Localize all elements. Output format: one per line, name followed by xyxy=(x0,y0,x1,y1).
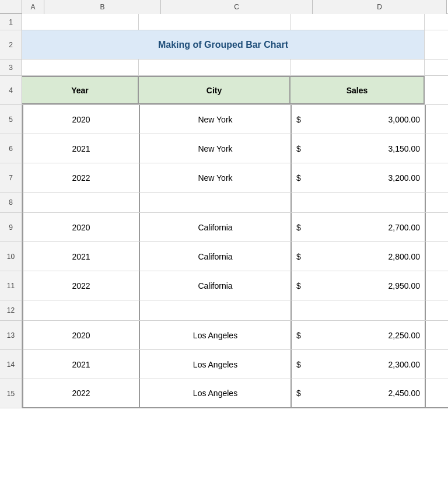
cell-6-city: New York xyxy=(140,134,292,163)
amount-14: 2,300.00 xyxy=(310,360,420,369)
cell-14-year: 2021 xyxy=(23,350,140,379)
cell-11-sales: $ 2,950.00 xyxy=(292,271,426,300)
row-num-9: 9 xyxy=(0,213,22,242)
arrow-1: → xyxy=(0,196,1,209)
dollar-15: $ xyxy=(296,388,306,398)
cell-8-c xyxy=(140,192,292,212)
row-12-empty xyxy=(22,300,448,321)
arrow-2: → xyxy=(0,304,1,317)
row-num-10: 10 xyxy=(0,242,22,271)
cell-5-sales: $ 3,000.00 xyxy=(292,105,426,134)
row-1 xyxy=(22,14,448,30)
row-7: 2022 New York $ 3,200.00 xyxy=(22,163,448,192)
cell-15-sales: $ 2,450.00 xyxy=(292,379,426,407)
cell-7-city: New York xyxy=(140,163,292,192)
cell-7-sales: $ 3,200.00 xyxy=(292,163,426,192)
row-num-15: 15 xyxy=(0,379,22,408)
header-sales: Sales xyxy=(290,76,425,104)
column-headers: A B C D xyxy=(0,0,448,14)
dollar-13: $ xyxy=(296,331,306,340)
col-header-d: D xyxy=(313,0,447,14)
cell-8-b xyxy=(23,192,140,212)
row-9: 2020 California $ 2,700.00 xyxy=(22,213,448,242)
cell-12-c xyxy=(140,300,292,320)
cell-3-d xyxy=(290,60,425,75)
dollar-10: $ xyxy=(296,252,306,261)
col-header-b: B xyxy=(44,0,161,14)
cell-11-city: California xyxy=(140,271,292,300)
cell-9-year: 2020 xyxy=(23,213,140,242)
cell-3-b xyxy=(22,60,139,75)
cell-9-sales: $ 2,700.00 xyxy=(292,213,426,242)
row-num-3: 3 xyxy=(0,60,22,76)
col-header-a: A xyxy=(22,0,44,14)
grid: 1 2 3 4 5 6 7 8 → 9 10 11 12 → 13 14 15 xyxy=(0,14,448,408)
dollar-14: $ xyxy=(296,360,306,369)
row-num-13: 13 xyxy=(0,321,22,350)
cell-14-city: Los Angeles xyxy=(140,350,292,379)
amount-9: 2,700.00 xyxy=(310,223,420,232)
row-4-headers: Year City Sales xyxy=(22,76,448,105)
cell-11-year: 2022 xyxy=(23,271,140,300)
spreadsheet: A B C D 1 2 3 4 5 6 7 8 → 9 10 11 12 → 1… xyxy=(0,0,448,483)
dollar-9: $ xyxy=(296,223,306,232)
cell-5-year: 2020 xyxy=(23,105,140,134)
cell-6-year: 2021 xyxy=(23,134,140,163)
row-3 xyxy=(22,60,448,76)
row-num-11: 11 xyxy=(0,271,22,300)
amount-13: 2,250.00 xyxy=(310,331,420,340)
cell-1-d xyxy=(290,14,425,30)
amount-11: 2,950.00 xyxy=(310,281,420,290)
dollar-6: $ xyxy=(296,144,306,153)
cell-12-b xyxy=(23,300,140,320)
row-8-empty xyxy=(22,192,448,213)
row-num-5: 5 xyxy=(0,105,22,134)
amount-7: 3,200.00 xyxy=(310,173,420,183)
title-cell: Making of Grouped Bar Chart xyxy=(22,30,425,59)
dollar-5: $ xyxy=(296,115,306,124)
header-year: Year xyxy=(22,76,139,104)
cell-15-city: Los Angeles xyxy=(140,379,292,407)
row-num-14: 14 xyxy=(0,350,22,379)
cell-13-city: Los Angeles xyxy=(140,321,292,349)
row-14: 2021 Los Angeles $ 2,300.00 xyxy=(22,350,448,379)
cell-13-sales: $ 2,250.00 xyxy=(292,321,426,349)
cell-13-year: 2020 xyxy=(23,321,140,349)
row-numbers: 1 2 3 4 5 6 7 8 → 9 10 11 12 → 13 14 15 xyxy=(0,14,22,408)
row-15: 2022 Los Angeles $ 2,450.00 xyxy=(22,379,448,408)
col-header-c: C xyxy=(161,0,313,14)
cell-15-year: 2022 xyxy=(23,379,140,407)
amount-5: 3,000.00 xyxy=(310,115,420,124)
amount-15: 2,450.00 xyxy=(310,388,420,398)
data-columns: Making of Grouped Bar Chart Year City Sa… xyxy=(22,14,448,408)
row-num-1: 1 xyxy=(0,14,22,30)
dollar-7: $ xyxy=(296,173,306,183)
row-10: 2021 California $ 2,800.00 xyxy=(22,242,448,271)
row-5: 2020 New York $ 3,000.00 xyxy=(22,105,448,134)
amount-10: 2,800.00 xyxy=(310,252,420,261)
row-num-12: 12 → xyxy=(0,300,22,321)
row-num-6: 6 xyxy=(0,134,22,163)
cell-3-c xyxy=(139,60,290,75)
cell-1-b xyxy=(22,14,139,30)
amount-6: 3,150.00 xyxy=(310,144,420,153)
row-11: 2022 California $ 2,950.00 xyxy=(22,271,448,300)
cell-10-year: 2021 xyxy=(23,242,140,271)
row-num-7: 7 xyxy=(0,163,22,192)
header-city: City xyxy=(139,76,290,104)
row-2-title: Making of Grouped Bar Chart xyxy=(22,30,448,60)
cell-10-sales: $ 2,800.00 xyxy=(292,242,426,271)
dollar-11: $ xyxy=(296,281,306,290)
cell-7-year: 2022 xyxy=(23,163,140,192)
row-num-8: 8 → xyxy=(0,192,22,213)
row-6: 2021 New York $ 3,150.00 xyxy=(22,134,448,163)
row-13: 2020 Los Angeles $ 2,250.00 xyxy=(22,321,448,350)
cell-1-c xyxy=(139,14,290,30)
cell-12-d xyxy=(292,300,426,320)
row-num-4: 4 xyxy=(0,76,22,105)
cell-5-city: New York xyxy=(140,105,292,134)
cell-6-sales: $ 3,150.00 xyxy=(292,134,426,163)
corner-cell xyxy=(0,0,22,13)
cell-14-sales: $ 2,300.00 xyxy=(292,350,426,379)
cell-8-d xyxy=(292,192,426,212)
